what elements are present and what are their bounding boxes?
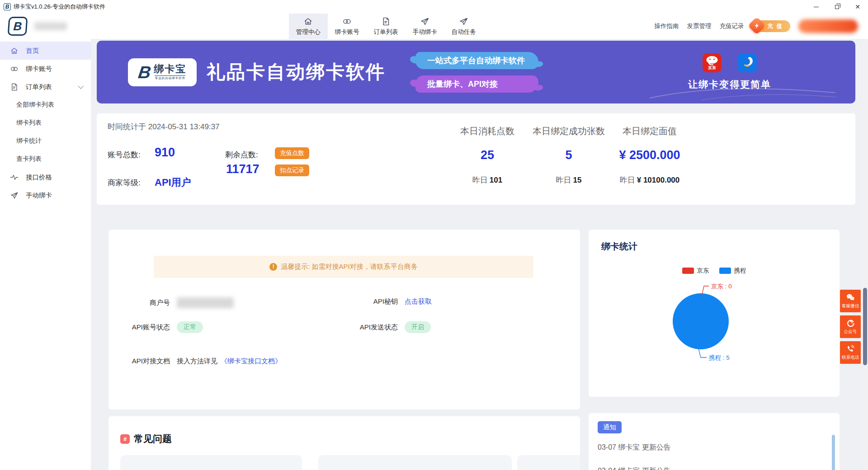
sidebar-item-manual-bind[interactable]: 手动绑卡 — [0, 186, 91, 204]
notice-item[interactable]: 03-04 绑卡宝 更新公告 — [598, 466, 671, 470]
contact-phone-button[interactable]: 联系电话 — [840, 341, 861, 364]
sidebar-item-bind-stats[interactable]: 绑卡统计 — [0, 132, 91, 150]
send-icon — [420, 17, 429, 26]
banner-ribbon-bottom: 批量绑卡、API对接 — [415, 75, 538, 93]
nav-item-auto-task[interactable]: 自动任务 — [444, 14, 483, 39]
stat-prev-value: ¥ 10100.000 — [637, 176, 680, 184]
api-account-status-badge: 正常 — [177, 321, 203, 333]
legend-item-ctrip[interactable]: 携程 — [719, 267, 746, 275]
faq-item-stub[interactable] — [318, 455, 512, 470]
nav-link-guide[interactable]: 操作指南 — [655, 22, 679, 30]
stat-value: ¥ 2500.000 — [595, 148, 704, 162]
sidebar-item-home[interactable]: 首页 — [0, 42, 91, 60]
sidebar-item-check-card-list[interactable]: 查卡列表 — [0, 150, 91, 168]
nav-item-label: 订单列表 — [374, 28, 398, 36]
account-total-value: 910 — [155, 146, 175, 160]
legend-label: 京东 — [697, 267, 709, 275]
nav-item-label: 管理中心 — [296, 28, 321, 36]
sidebar: 首页 绑卡账号 订单列表 全部绑卡列表 绑卡列表 绑卡统计 查卡列表 接口价格 … — [0, 39, 91, 470]
banner-logo: B 绑卡宝 专业的自动绑卡软件 — [128, 58, 197, 86]
api-key-get-link[interactable]: 点击获取 — [405, 297, 432, 306]
title-bar: B 绑卡宝v1.0.26-专业的自动绑卡软件 ✕ — [0, 0, 868, 14]
api-doc-link[interactable]: 《绑卡宝接口文档》 — [221, 357, 282, 366]
chart-legend: 京东 携程 — [589, 267, 840, 275]
send-icon — [459, 17, 468, 26]
faq-card: # 常见问题 — [108, 416, 580, 470]
nav-item-dashboard[interactable]: 管理中心 — [289, 14, 328, 39]
minimize-icon — [814, 7, 819, 7]
logo-name: 绑卡宝 — [154, 64, 186, 75]
nav-item-label: 绑卡账号 — [335, 28, 359, 36]
notice-card: 通知 03-07 绑卡宝 更新公告 03-04 绑卡宝 更新公告 — [589, 413, 840, 470]
api-send-status-badge: 开启 — [405, 321, 431, 333]
pie-callout-jd: 京东 : 0 — [711, 283, 732, 290]
banner-headline: 礼品卡自动绑卡软件 — [207, 60, 386, 85]
legend-item-jd[interactable]: 京东 — [682, 267, 709, 275]
nav-item-card-accounts[interactable]: 绑卡账号 — [328, 14, 367, 39]
page-scrollbar-thumb[interactable] — [863, 288, 867, 365]
official-account-icon — [846, 319, 855, 328]
wechat-support-button[interactable]: 客服微信 — [840, 290, 861, 312]
api-account-status-label: API账号状态 — [127, 323, 170, 332]
sidebar-item-bind-list[interactable]: 绑卡列表 — [0, 114, 91, 132]
sidebar-item-api-price[interactable]: 接口价格 — [0, 168, 91, 186]
nav-logo-area: B — [0, 14, 118, 39]
legend-label: 携程 — [734, 267, 746, 275]
sidebar-item-card-accounts[interactable]: 绑卡账号 — [0, 60, 91, 78]
nav-link-recharge-history[interactable]: 充值记录 — [720, 22, 744, 30]
nav-link-invoice[interactable]: 发票管理 — [687, 22, 712, 30]
recharge-points-button[interactable]: 充值点数 — [275, 147, 309, 159]
sidebar-item-label: 绑卡账号 — [26, 65, 52, 73]
app-window: B 绑卡宝v1.0.26-专业的自动绑卡软件 ✕ B 管理中心 绑卡账号 订单列… — [0, 0, 868, 470]
merchant-name-blurred — [34, 22, 67, 30]
sidebar-item-order-list[interactable]: 订单列表 — [0, 78, 91, 96]
close-button[interactable]: ✕ — [847, 0, 868, 14]
official-account-button[interactable]: 公众号 — [840, 315, 861, 338]
warning-banner: ! 温馨提示: 如需对接API对接，请联系平台商务 — [154, 256, 533, 278]
sidebar-item-label: 接口价格 — [26, 173, 52, 182]
faq-item-stub[interactable] — [517, 455, 580, 470]
document-icon — [381, 17, 391, 26]
page-scrollbar[interactable] — [862, 39, 868, 470]
nav-item-order-list[interactable]: 订单列表 — [367, 14, 406, 39]
deduction-log-button[interactable]: 扣点记录 — [275, 164, 309, 176]
float-button-label: 客服微信 — [842, 303, 859, 309]
sidebar-item-all-bind-list[interactable]: 全部绑卡列表 — [0, 96, 91, 114]
lightning-icon — [748, 17, 766, 35]
stat-prev-label: 昨日 — [556, 176, 571, 184]
api-send-status-label: API发送状态 — [348, 323, 398, 332]
merchant-id-label: 商户号 — [127, 299, 170, 307]
document-icon — [10, 83, 19, 91]
send-icon — [10, 191, 19, 200]
stats-time: 时间统计于 2024-05-31 13:49:37 — [108, 122, 220, 132]
merchant-level-value: API用户 — [155, 176, 191, 189]
home-icon — [303, 17, 313, 26]
restore-button[interactable] — [826, 0, 847, 14]
stat-col-bind-value: 本日绑定面值 ¥ 2500.000 昨日¥ 10100.000 — [595, 125, 704, 185]
phone-icon — [846, 344, 855, 353]
banner-decor-curve — [647, 79, 837, 102]
restore-icon — [835, 5, 839, 9]
notice-badge: 通知 — [598, 421, 622, 433]
account-total-label: 账号总数: — [108, 150, 141, 160]
hero-banner: B 绑卡宝 专业的自动绑卡软件 礼品卡自动绑卡软件 一站式多平台自动绑卡软件 批… — [97, 41, 855, 103]
merchant-id-blurred — [177, 297, 234, 308]
recharge-button[interactable]: 充 值 — [755, 20, 790, 32]
faq-item-stub[interactable] — [120, 455, 302, 470]
window-title: 绑卡宝v1.0.26-专业的自动绑卡软件 — [14, 3, 105, 11]
link-icon — [10, 65, 19, 73]
float-button-label: 公众号 — [844, 329, 857, 335]
api-key-label: API秘钥 — [348, 297, 398, 306]
nav-item-manual-bind[interactable]: 手动绑卡 — [406, 14, 444, 39]
account-button-blurred[interactable] — [798, 19, 858, 33]
minimize-button[interactable] — [806, 0, 826, 14]
notice-item[interactable]: 03-07 绑卡宝 更新公告 — [598, 443, 671, 452]
notice-scrollbar[interactable] — [832, 435, 835, 470]
stats-card: 时间统计于 2024-05-31 13:49:37 账号总数: 910 剩余点数… — [97, 113, 855, 205]
points-label: 剩余点数: — [225, 150, 258, 160]
logo-tagline: 专业的自动绑卡软件 — [155, 75, 185, 80]
brand-logo-icon: B — [8, 17, 28, 36]
jd-icon: 京东 — [703, 53, 722, 72]
nav-item-label: 自动任务 — [452, 28, 476, 36]
pie-slice-ctrip — [673, 293, 729, 349]
